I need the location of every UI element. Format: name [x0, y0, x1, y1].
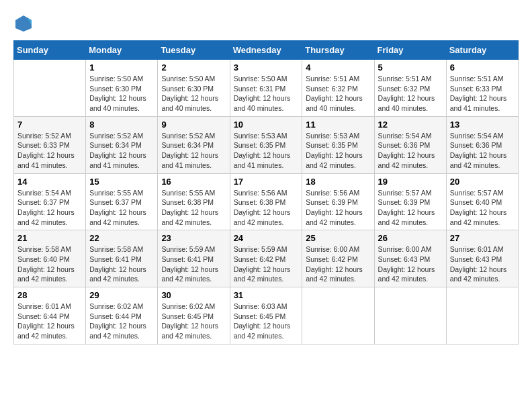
day-cell: 24Sunrise: 5:59 AM Sunset: 6:42 PM Dayli… [230, 230, 302, 287]
day-info: Sunrise: 6:01 AM Sunset: 6:44 PM Dayligh… [17, 302, 82, 341]
day-info: Sunrise: 5:58 AM Sunset: 6:41 PM Dayligh… [89, 244, 154, 284]
header-monday: Monday [86, 41, 158, 60]
day-cell: 27Sunrise: 6:01 AM Sunset: 6:43 PM Dayli… [446, 230, 518, 287]
day-number: 5 [378, 62, 443, 73]
day-info: Sunrise: 5:50 AM Sunset: 6:30 PM Dayligh… [89, 74, 154, 113]
header-sunday: Sunday [14, 41, 86, 60]
day-number: 14 [17, 177, 82, 187]
day-info: Sunrise: 5:52 AM Sunset: 6:34 PM Dayligh… [89, 131, 154, 171]
day-info: Sunrise: 5:54 AM Sunset: 6:36 PM Dayligh… [378, 131, 443, 171]
day-cell: 5Sunrise: 5:51 AM Sunset: 6:32 PM Daylig… [374, 60, 446, 117]
day-info: Sunrise: 5:57 AM Sunset: 6:40 PM Dayligh… [450, 188, 515, 228]
day-info: Sunrise: 5:59 AM Sunset: 6:41 PM Dayligh… [161, 244, 226, 284]
day-info: Sunrise: 5:51 AM Sunset: 6:32 PM Dayligh… [306, 74, 370, 113]
day-cell: 11Sunrise: 5:53 AM Sunset: 6:35 PM Dayli… [302, 116, 374, 173]
day-cell [446, 287, 518, 345]
week-row-4: 28Sunrise: 6:01 AM Sunset: 6:44 PM Dayli… [14, 287, 519, 345]
day-info: Sunrise: 5:55 AM Sunset: 6:37 PM Dayligh… [89, 188, 154, 228]
day-number: 31 [234, 290, 299, 300]
day-number: 17 [234, 177, 299, 187]
day-number: 15 [89, 177, 154, 187]
day-cell: 19Sunrise: 5:57 AM Sunset: 6:39 PM Dayli… [374, 173, 446, 230]
day-info: Sunrise: 6:00 AM Sunset: 6:43 PM Dayligh… [378, 244, 443, 284]
day-number: 30 [161, 290, 226, 300]
day-number: 12 [378, 120, 443, 130]
day-number: 8 [89, 120, 154, 130]
day-info: Sunrise: 6:02 AM Sunset: 6:44 PM Dayligh… [89, 302, 154, 341]
header-tuesday: Tuesday [158, 41, 230, 60]
day-cell: 29Sunrise: 6:02 AM Sunset: 6:44 PM Dayli… [86, 287, 158, 345]
day-info: Sunrise: 5:52 AM Sunset: 6:34 PM Dayligh… [161, 131, 226, 171]
day-info: Sunrise: 6:00 AM Sunset: 6:42 PM Dayligh… [306, 244, 370, 284]
day-number: 10 [234, 120, 299, 130]
day-cell: 15Sunrise: 5:55 AM Sunset: 6:37 PM Dayli… [86, 173, 158, 230]
week-row-2: 14Sunrise: 5:54 AM Sunset: 6:37 PM Dayli… [14, 173, 519, 230]
day-info: Sunrise: 6:02 AM Sunset: 6:45 PM Dayligh… [161, 302, 226, 341]
day-info: Sunrise: 5:54 AM Sunset: 6:37 PM Dayligh… [17, 188, 82, 228]
day-number: 28 [17, 290, 82, 300]
day-info: Sunrise: 5:50 AM Sunset: 6:31 PM Dayligh… [234, 74, 299, 113]
day-info: Sunrise: 6:03 AM Sunset: 6:45 PM Dayligh… [234, 302, 299, 341]
header-friday: Friday [374, 41, 446, 60]
logo-icon [13, 13, 34, 34]
day-info: Sunrise: 5:54 AM Sunset: 6:36 PM Dayligh… [450, 131, 515, 171]
week-row-1: 7Sunrise: 5:52 AM Sunset: 6:33 PM Daylig… [14, 116, 519, 173]
day-info: Sunrise: 6:01 AM Sunset: 6:43 PM Dayligh… [450, 244, 515, 284]
header-thursday: Thursday [302, 41, 374, 60]
day-cell [14, 60, 86, 117]
day-cell: 30Sunrise: 6:02 AM Sunset: 6:45 PM Dayli… [158, 287, 230, 345]
day-cell: 17Sunrise: 5:56 AM Sunset: 6:38 PM Dayli… [230, 173, 302, 230]
calendar-table: SundayMondayTuesdayWednesdayThursdayFrid… [13, 40, 519, 345]
day-info: Sunrise: 5:50 AM Sunset: 6:30 PM Dayligh… [161, 74, 226, 113]
day-cell: 3Sunrise: 5:50 AM Sunset: 6:31 PM Daylig… [230, 60, 302, 117]
day-cell: 10Sunrise: 5:53 AM Sunset: 6:35 PM Dayli… [230, 116, 302, 173]
day-number: 24 [234, 233, 299, 243]
day-cell: 16Sunrise: 5:55 AM Sunset: 6:38 PM Dayli… [158, 173, 230, 230]
logo [13, 13, 36, 34]
svg-marker-0 [15, 15, 32, 32]
day-info: Sunrise: 5:55 AM Sunset: 6:38 PM Dayligh… [161, 188, 226, 228]
day-cell: 26Sunrise: 6:00 AM Sunset: 6:43 PM Dayli… [374, 230, 446, 287]
day-info: Sunrise: 5:51 AM Sunset: 6:32 PM Dayligh… [378, 74, 443, 113]
day-info: Sunrise: 5:56 AM Sunset: 6:38 PM Dayligh… [234, 188, 299, 228]
day-number: 11 [306, 120, 370, 130]
page-header [13, 13, 519, 34]
day-number: 29 [89, 290, 154, 300]
day-cell: 7Sunrise: 5:52 AM Sunset: 6:33 PM Daylig… [14, 116, 86, 173]
day-info: Sunrise: 5:59 AM Sunset: 6:42 PM Dayligh… [234, 244, 299, 284]
day-cell: 21Sunrise: 5:58 AM Sunset: 6:40 PM Dayli… [14, 230, 86, 287]
day-info: Sunrise: 5:51 AM Sunset: 6:33 PM Dayligh… [450, 74, 515, 113]
day-cell: 12Sunrise: 5:54 AM Sunset: 6:36 PM Dayli… [374, 116, 446, 173]
day-number: 13 [450, 120, 515, 130]
header-wednesday: Wednesday [230, 41, 302, 60]
day-number: 20 [450, 177, 515, 187]
day-cell: 28Sunrise: 6:01 AM Sunset: 6:44 PM Dayli… [14, 287, 86, 345]
day-cell [374, 287, 446, 345]
day-number: 23 [161, 233, 226, 243]
header-saturday: Saturday [446, 41, 518, 60]
day-cell: 13Sunrise: 5:54 AM Sunset: 6:36 PM Dayli… [446, 116, 518, 173]
day-cell: 31Sunrise: 6:03 AM Sunset: 6:45 PM Dayli… [230, 287, 302, 345]
day-cell: 2Sunrise: 5:50 AM Sunset: 6:30 PM Daylig… [158, 60, 230, 117]
day-cell: 9Sunrise: 5:52 AM Sunset: 6:34 PM Daylig… [158, 116, 230, 173]
day-cell: 22Sunrise: 5:58 AM Sunset: 6:41 PM Dayli… [86, 230, 158, 287]
day-info: Sunrise: 5:52 AM Sunset: 6:33 PM Dayligh… [17, 131, 82, 171]
day-cell: 6Sunrise: 5:51 AM Sunset: 6:33 PM Daylig… [446, 60, 518, 117]
day-number: 16 [161, 177, 226, 187]
day-cell: 1Sunrise: 5:50 AM Sunset: 6:30 PM Daylig… [86, 60, 158, 117]
day-number: 6 [450, 62, 515, 73]
day-cell: 25Sunrise: 6:00 AM Sunset: 6:42 PM Dayli… [302, 230, 374, 287]
day-number: 2 [161, 62, 226, 73]
day-info: Sunrise: 5:56 AM Sunset: 6:39 PM Dayligh… [306, 188, 370, 228]
week-row-3: 21Sunrise: 5:58 AM Sunset: 6:40 PM Dayli… [14, 230, 519, 287]
day-cell: 18Sunrise: 5:56 AM Sunset: 6:39 PM Dayli… [302, 173, 374, 230]
day-cell: 20Sunrise: 5:57 AM Sunset: 6:40 PM Dayli… [446, 173, 518, 230]
day-cell: 14Sunrise: 5:54 AM Sunset: 6:37 PM Dayli… [14, 173, 86, 230]
header-row: SundayMondayTuesdayWednesdayThursdayFrid… [14, 41, 519, 60]
day-number: 1 [89, 62, 154, 73]
day-number: 7 [17, 120, 82, 130]
day-cell [302, 287, 374, 345]
week-row-0: 1Sunrise: 5:50 AM Sunset: 6:30 PM Daylig… [14, 60, 519, 117]
day-info: Sunrise: 5:58 AM Sunset: 6:40 PM Dayligh… [17, 244, 82, 284]
day-cell: 4Sunrise: 5:51 AM Sunset: 6:32 PM Daylig… [302, 60, 374, 117]
